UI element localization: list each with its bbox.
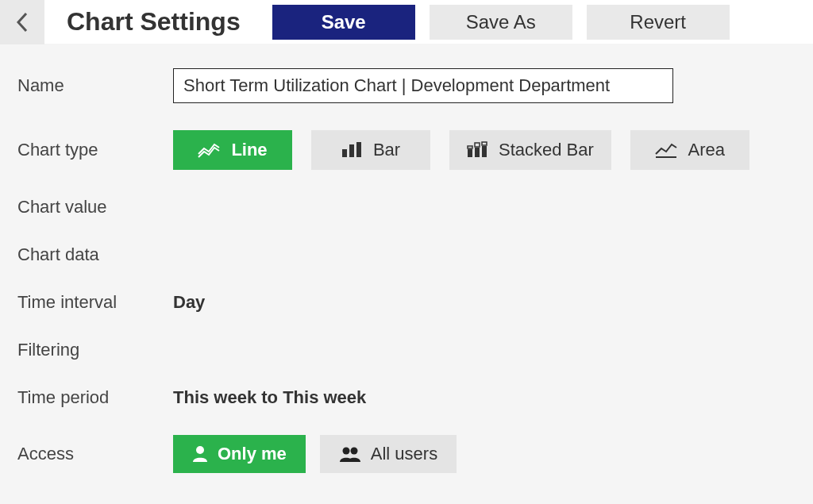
row-chart-type: Chart type Line Bar <box>17 130 796 170</box>
svg-rect-2 <box>356 142 361 157</box>
user-icon <box>192 445 208 463</box>
header-buttons: Save Save As Revert <box>272 5 730 40</box>
area-chart-icon <box>655 141 677 159</box>
label-chart-data: Chart data <box>17 244 173 265</box>
settings-form: Name Chart type Line Bar <box>0 44 813 504</box>
label-filtering: Filtering <box>17 340 173 360</box>
bar-chart-icon <box>341 141 362 159</box>
save-as-button[interactable]: Save As <box>430 5 572 40</box>
header-bar: Chart Settings Save Save As Revert <box>0 0 813 44</box>
revert-button[interactable]: Revert <box>587 5 730 40</box>
chart-type-bar[interactable]: Bar <box>311 130 430 170</box>
chart-type-stacked[interactable]: Stacked Bar <box>449 130 611 170</box>
page-title: Chart Settings <box>67 7 241 37</box>
svg-rect-0 <box>342 149 347 157</box>
svg-point-12 <box>350 448 357 455</box>
svg-rect-8 <box>482 142 487 145</box>
svg-rect-1 <box>349 144 354 157</box>
row-chart-value: Chart value <box>17 197 796 217</box>
row-name: Name <box>17 68 796 103</box>
label-time-interval: Time interval <box>17 292 173 313</box>
chart-type-area-label: Area <box>688 140 725 160</box>
svg-rect-3 <box>468 149 472 157</box>
label-time-period: Time period <box>17 387 173 408</box>
chart-type-bar-label: Bar <box>373 140 400 160</box>
chart-type-area[interactable]: Area <box>630 130 749 170</box>
row-time-interval: Time interval Day <box>17 292 796 313</box>
value-time-period[interactable]: This week to This week <box>173 387 366 408</box>
row-time-period: Time period This week to This week <box>17 387 796 408</box>
svg-rect-5 <box>475 148 480 157</box>
chart-type-group: Line Bar Stacked Ba <box>173 130 749 170</box>
back-button[interactable] <box>0 0 44 44</box>
chart-type-line-label: Line <box>231 140 267 160</box>
access-all-users-label: All users <box>371 444 437 464</box>
svg-rect-4 <box>468 146 472 148</box>
svg-rect-6 <box>475 143 480 147</box>
svg-point-10 <box>196 446 204 454</box>
label-chart-value: Chart value <box>17 197 173 217</box>
label-access: Access <box>17 444 173 464</box>
chart-type-stacked-label: Stacked Bar <box>499 140 594 160</box>
label-chart-type: Chart type <box>17 140 173 160</box>
svg-rect-7 <box>482 146 487 157</box>
users-icon <box>339 445 361 463</box>
access-only-me-label: Only me <box>218 444 287 464</box>
access-all-users[interactable]: All users <box>320 435 457 473</box>
chart-type-line[interactable]: Line <box>173 130 292 170</box>
row-access: Access Only me All users <box>17 435 796 473</box>
access-group: Only me All users <box>173 435 457 473</box>
chevron-left-icon <box>14 11 30 33</box>
stacked-bar-chart-icon <box>467 141 487 159</box>
row-chart-data: Chart data <box>17 244 796 265</box>
access-only-me[interactable]: Only me <box>173 435 306 473</box>
svg-point-11 <box>342 448 349 455</box>
save-button[interactable]: Save <box>272 5 415 40</box>
label-name: Name <box>17 75 173 96</box>
line-chart-icon <box>198 141 220 159</box>
value-time-interval[interactable]: Day <box>173 292 205 313</box>
row-filtering: Filtering <box>17 340 796 360</box>
name-input[interactable] <box>173 68 673 103</box>
